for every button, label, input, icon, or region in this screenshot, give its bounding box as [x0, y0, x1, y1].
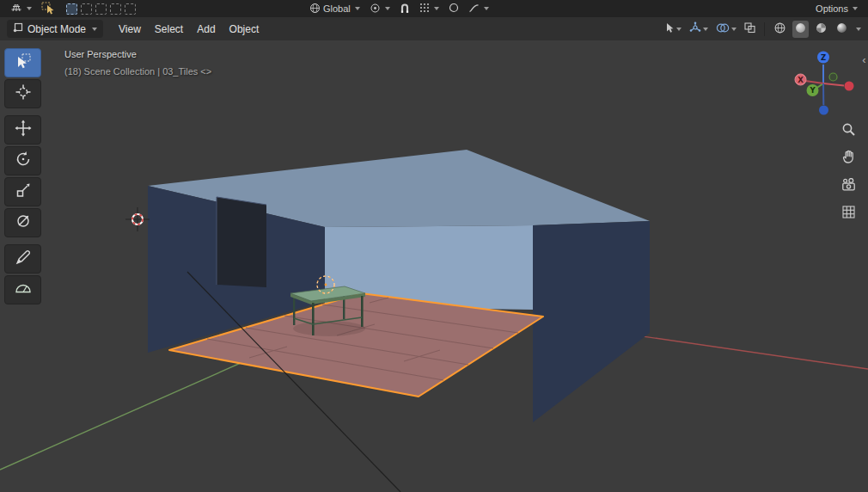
zoom-button[interactable] — [837, 120, 859, 142]
gizmo-y-label: Y — [809, 86, 816, 95]
tool-transform-button[interactable] — [4, 208, 41, 237]
room-right-wall[interactable] — [533, 221, 650, 422]
chevron-down-icon — [27, 7, 32, 10]
viewport-editor-icon — [10, 3, 22, 15]
select-mode-intersect-icon[interactable] — [125, 3, 136, 15]
object-mode-icon — [13, 22, 23, 35]
select-mode-new-icon[interactable] — [66, 3, 77, 15]
visibility-filter-icon — [665, 22, 675, 36]
pan-button[interactable] — [837, 147, 859, 169]
visibility-filter-dropdown[interactable] — [663, 21, 683, 38]
view-perspective-label: User Perspective — [64, 49, 137, 59]
tool-measure-button[interactable] — [4, 275, 41, 304]
proportional-falloff-dropdown[interactable] — [465, 1, 492, 16]
pivot-point-dropdown[interactable] — [366, 1, 394, 16]
select-tweak-cursor-icon — [41, 2, 55, 16]
chevron-down-icon — [355, 7, 360, 10]
chevron-down-icon — [92, 28, 97, 31]
mode-label: Object Mode — [28, 23, 86, 35]
gizmo-tripod-icon — [689, 22, 701, 36]
viewport-3d[interactable]: User Perspective (18) Scene Collection |… — [0, 40, 868, 492]
shading-solid-button[interactable] — [792, 21, 809, 38]
scale-icon — [15, 181, 32, 202]
window-opening — [217, 197, 266, 287]
header-right-cluster — [663, 21, 861, 38]
select-mode-extend-icon[interactable] — [81, 3, 92, 15]
magnet-icon — [400, 3, 410, 15]
overlays-dropdown[interactable] — [714, 21, 738, 38]
blender-window: Global — [0, 0, 868, 492]
shading-material-button[interactable] — [813, 21, 829, 38]
tool-move-button[interactable] — [4, 115, 41, 145]
orientation-label: Global — [323, 3, 351, 14]
measure-protractor-icon — [15, 280, 32, 300]
transform-orientation-dropdown[interactable]: Global — [306, 1, 364, 16]
shading-rendered-button[interactable] — [834, 21, 850, 38]
viewport-header: Object Mode View Select Add Object — [0, 17, 868, 40]
rotate-icon — [15, 151, 32, 171]
sidebar-collapse-tab[interactable]: ‹ — [860, 54, 868, 65]
divider — [764, 22, 765, 36]
select-box-icon — [15, 52, 32, 73]
shading-wireframe-button[interactable] — [772, 21, 788, 38]
orientation-globe-icon — [309, 3, 321, 15]
select-mode-group — [66, 3, 136, 15]
camera-view-icon — [841, 178, 856, 194]
tool-select-box-button[interactable] — [4, 48, 41, 77]
gizmo-axis-y-minus[interactable] — [829, 73, 837, 81]
shading-wireframe-icon — [773, 22, 786, 37]
xray-toggle-icon — [744, 22, 755, 36]
scene-3d[interactable] — [0, 40, 868, 492]
gizmos-dropdown[interactable] — [688, 21, 710, 38]
gizmo-x-label: X — [798, 76, 804, 84]
snap-toggle-button[interactable] — [396, 1, 413, 16]
menu-object[interactable]: Object — [223, 21, 266, 38]
camera-view-button[interactable] — [837, 175, 859, 197]
mode-dropdown[interactable]: Object Mode — [7, 20, 103, 38]
select-mode-invert-icon[interactable] — [110, 3, 121, 15]
tool-annotate-button[interactable] — [4, 244, 41, 274]
shading-solid-icon — [794, 22, 807, 37]
scene-breadcrumb: (18) Scene Collection | 03_Tiles <> — [64, 66, 211, 77]
annotate-pencil-icon — [15, 249, 32, 269]
chevron-down-icon — [434, 7, 439, 10]
gizmo-axis-x-plus[interactable] — [845, 82, 854, 91]
chevron-down-icon — [385, 7, 390, 10]
move-arrows-icon — [15, 120, 32, 140]
chevron-down-icon — [731, 28, 737, 31]
options-dropdown[interactable]: Options — [812, 1, 861, 16]
zoom-magnifier-icon — [841, 122, 856, 140]
snap-target-dots-icon — [419, 3, 430, 15]
shading-rendered-icon — [835, 22, 848, 37]
cursor-3d-tool-icon — [15, 83, 32, 104]
toggle-ortho-button[interactable] — [837, 202, 859, 224]
pivot-point-icon — [370, 3, 381, 15]
menu-view[interactable]: View — [112, 21, 148, 38]
snap-settings-dropdown[interactable] — [416, 1, 443, 16]
proportional-circle-icon — [449, 3, 459, 15]
tool-scale-button[interactable] — [4, 177, 41, 206]
select-mode-subtract-icon[interactable] — [95, 3, 107, 15]
options-label: Options — [816, 3, 848, 14]
pan-hand-icon — [842, 150, 855, 167]
xray-toggle[interactable] — [743, 21, 757, 38]
gizmo-axis-z-minus[interactable] — [819, 106, 828, 115]
viewport-side-buttons — [837, 120, 859, 224]
cursor-3d-icon — [125, 207, 150, 231]
tool-shelf — [4, 48, 41, 311]
chevron-down-icon — [676, 28, 682, 31]
chevron-down-icon — [484, 7, 489, 10]
chevron-down-icon — [703, 28, 708, 31]
menu-select[interactable]: Select — [148, 21, 190, 38]
tool-settings-bar: Global — [0, 0, 868, 17]
active-tool-indicator[interactable] — [38, 1, 58, 16]
navigation-gizmo[interactable]: Z X Y — [789, 46, 861, 121]
tool-rotate-button[interactable] — [4, 146, 41, 175]
proportional-editing-toggle[interactable] — [445, 1, 462, 16]
gizmo-z-label: Z — [821, 53, 826, 62]
menu-add[interactable]: Add — [190, 21, 222, 38]
editor-type-button[interactable] — [7, 1, 35, 16]
tool-cursor-button[interactable] — [4, 79, 41, 108]
chevron-down-icon — [853, 7, 858, 10]
chevron-down-icon — [856, 28, 861, 31]
